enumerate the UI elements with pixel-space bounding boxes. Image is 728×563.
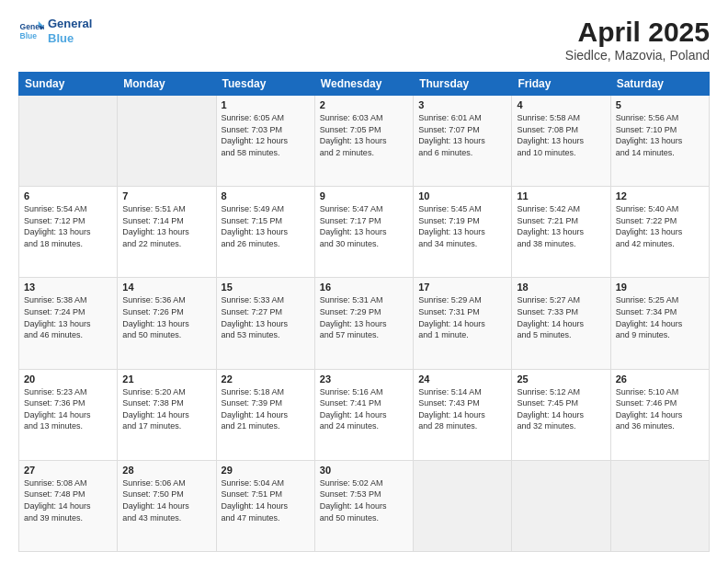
calendar-cell: 20Sunrise: 5:23 AM Sunset: 7:36 PM Dayli… bbox=[19, 369, 118, 460]
day-info: Sunrise: 5:54 AM Sunset: 7:12 PM Dayligh… bbox=[24, 203, 112, 249]
day-number: 29 bbox=[222, 465, 310, 476]
day-number: 8 bbox=[222, 190, 310, 201]
day-info: Sunrise: 5:20 AM Sunset: 7:38 PM Dayligh… bbox=[122, 386, 210, 432]
calendar-cell bbox=[610, 460, 709, 551]
calendar-cell: 2Sunrise: 6:03 AM Sunset: 7:05 PM Daylig… bbox=[314, 96, 413, 187]
logo: General Blue General Blue bbox=[18, 17, 92, 45]
calendar-cell: 29Sunrise: 5:04 AM Sunset: 7:51 PM Dayli… bbox=[216, 460, 314, 551]
calendar-week-4: 27Sunrise: 5:08 AM Sunset: 7:48 PM Dayli… bbox=[19, 460, 710, 551]
calendar-cell: 15Sunrise: 5:33 AM Sunset: 7:27 PM Dayli… bbox=[216, 278, 314, 369]
day-info: Sunrise: 5:27 AM Sunset: 7:33 PM Dayligh… bbox=[517, 294, 605, 340]
day-number: 1 bbox=[222, 99, 310, 110]
day-info: Sunrise: 5:38 AM Sunset: 7:24 PM Dayligh… bbox=[24, 294, 112, 340]
header-cell-friday: Friday bbox=[512, 73, 610, 96]
header-cell-tuesday: Tuesday bbox=[216, 73, 314, 96]
day-number: 2 bbox=[320, 99, 408, 110]
header-cell-saturday: Saturday bbox=[610, 73, 709, 96]
day-info: Sunrise: 5:18 AM Sunset: 7:39 PM Dayligh… bbox=[222, 386, 310, 432]
day-number: 14 bbox=[122, 282, 210, 293]
day-info: Sunrise: 5:04 AM Sunset: 7:51 PM Dayligh… bbox=[222, 477, 310, 523]
calendar-cell: 22Sunrise: 5:18 AM Sunset: 7:39 PM Dayli… bbox=[216, 369, 314, 460]
day-info: Sunrise: 5:40 AM Sunset: 7:22 PM Dayligh… bbox=[616, 203, 704, 249]
day-number: 20 bbox=[24, 373, 112, 385]
header-cell-sunday: Sunday bbox=[19, 73, 118, 96]
header: General Blue General Blue April 2025 Sie… bbox=[18, 17, 710, 63]
logo-line2: Blue bbox=[48, 31, 92, 46]
day-info: Sunrise: 6:01 AM Sunset: 7:07 PM Dayligh… bbox=[418, 112, 506, 158]
calendar-cell: 28Sunrise: 5:06 AM Sunset: 7:50 PM Dayli… bbox=[118, 460, 216, 551]
page: General Blue General Blue April 2025 Sie… bbox=[0, 0, 728, 563]
day-number: 25 bbox=[517, 373, 605, 385]
day-info: Sunrise: 5:25 AM Sunset: 7:34 PM Dayligh… bbox=[616, 294, 704, 340]
day-number: 9 bbox=[320, 190, 408, 201]
day-number: 24 bbox=[418, 373, 506, 385]
day-number: 4 bbox=[517, 99, 605, 110]
subtitle: Siedlce, Mazovia, Poland bbox=[565, 48, 710, 63]
day-info: Sunrise: 5:10 AM Sunset: 7:46 PM Dayligh… bbox=[616, 386, 704, 432]
calendar-week-2: 13Sunrise: 5:38 AM Sunset: 7:24 PM Dayli… bbox=[19, 278, 710, 369]
title-block: April 2025 Siedlce, Mazovia, Poland bbox=[565, 17, 710, 63]
calendar-cell: 18Sunrise: 5:27 AM Sunset: 7:33 PM Dayli… bbox=[512, 278, 610, 369]
day-info: Sunrise: 6:03 AM Sunset: 7:05 PM Dayligh… bbox=[320, 112, 408, 158]
header-cell-monday: Monday bbox=[118, 73, 216, 96]
calendar-cell: 17Sunrise: 5:29 AM Sunset: 7:31 PM Dayli… bbox=[414, 278, 512, 369]
day-info: Sunrise: 5:29 AM Sunset: 7:31 PM Dayligh… bbox=[418, 294, 506, 340]
calendar-cell: 4Sunrise: 5:58 AM Sunset: 7:08 PM Daylig… bbox=[512, 96, 610, 187]
day-number: 12 bbox=[616, 190, 704, 201]
day-info: Sunrise: 5:23 AM Sunset: 7:36 PM Dayligh… bbox=[24, 386, 112, 432]
calendar-week-0: 1Sunrise: 6:05 AM Sunset: 7:03 PM Daylig… bbox=[19, 96, 710, 187]
day-info: Sunrise: 5:47 AM Sunset: 7:17 PM Dayligh… bbox=[320, 203, 408, 249]
calendar-week-3: 20Sunrise: 5:23 AM Sunset: 7:36 PM Dayli… bbox=[19, 369, 710, 460]
calendar-cell: 21Sunrise: 5:20 AM Sunset: 7:38 PM Dayli… bbox=[118, 369, 216, 460]
day-info: Sunrise: 5:56 AM Sunset: 7:10 PM Dayligh… bbox=[616, 112, 704, 158]
day-number: 26 bbox=[616, 373, 704, 385]
day-info: Sunrise: 5:08 AM Sunset: 7:48 PM Dayligh… bbox=[24, 477, 112, 523]
day-info: Sunrise: 5:16 AM Sunset: 7:41 PM Dayligh… bbox=[320, 386, 408, 432]
calendar-cell: 19Sunrise: 5:25 AM Sunset: 7:34 PM Dayli… bbox=[610, 278, 709, 369]
calendar-cell bbox=[118, 96, 216, 187]
day-number: 18 bbox=[517, 282, 605, 293]
day-info: Sunrise: 5:51 AM Sunset: 7:14 PM Dayligh… bbox=[122, 203, 210, 249]
day-info: Sunrise: 5:14 AM Sunset: 7:43 PM Dayligh… bbox=[418, 386, 506, 432]
calendar-table: SundayMondayTuesdayWednesdayThursdayFrid… bbox=[18, 72, 710, 552]
calendar-cell: 5Sunrise: 5:56 AM Sunset: 7:10 PM Daylig… bbox=[610, 96, 709, 187]
calendar-cell: 6Sunrise: 5:54 AM Sunset: 7:12 PM Daylig… bbox=[19, 187, 118, 278]
day-number: 6 bbox=[24, 190, 112, 201]
day-info: Sunrise: 5:33 AM Sunset: 7:27 PM Dayligh… bbox=[222, 294, 310, 340]
calendar-cell: 16Sunrise: 5:31 AM Sunset: 7:29 PM Dayli… bbox=[314, 278, 413, 369]
calendar-cell: 10Sunrise: 5:45 AM Sunset: 7:19 PM Dayli… bbox=[414, 187, 512, 278]
calendar-cell: 30Sunrise: 5:02 AM Sunset: 7:53 PM Dayli… bbox=[314, 460, 413, 551]
calendar-cell: 12Sunrise: 5:40 AM Sunset: 7:22 PM Dayli… bbox=[610, 187, 709, 278]
calendar-cell: 11Sunrise: 5:42 AM Sunset: 7:21 PM Dayli… bbox=[512, 187, 610, 278]
calendar-cell bbox=[512, 460, 610, 551]
day-info: Sunrise: 5:45 AM Sunset: 7:19 PM Dayligh… bbox=[418, 203, 506, 249]
calendar-cell: 13Sunrise: 5:38 AM Sunset: 7:24 PM Dayli… bbox=[19, 278, 118, 369]
day-number: 30 bbox=[320, 465, 408, 476]
calendar-cell: 24Sunrise: 5:14 AM Sunset: 7:43 PM Dayli… bbox=[414, 369, 512, 460]
day-number: 17 bbox=[418, 282, 506, 293]
day-number: 28 bbox=[122, 465, 210, 476]
calendar-header-row: SundayMondayTuesdayWednesdayThursdayFrid… bbox=[19, 73, 710, 96]
day-number: 23 bbox=[320, 373, 408, 385]
day-info: Sunrise: 5:36 AM Sunset: 7:26 PM Dayligh… bbox=[122, 294, 210, 340]
day-info: Sunrise: 5:12 AM Sunset: 7:45 PM Dayligh… bbox=[517, 386, 605, 432]
calendar-cell: 8Sunrise: 5:49 AM Sunset: 7:15 PM Daylig… bbox=[216, 187, 314, 278]
svg-text:Blue: Blue bbox=[20, 30, 38, 40]
day-number: 11 bbox=[517, 190, 605, 201]
day-info: Sunrise: 5:42 AM Sunset: 7:21 PM Dayligh… bbox=[517, 203, 605, 249]
day-number: 16 bbox=[320, 282, 408, 293]
day-info: Sunrise: 5:06 AM Sunset: 7:50 PM Dayligh… bbox=[122, 477, 210, 523]
day-number: 3 bbox=[418, 99, 506, 110]
day-number: 15 bbox=[222, 282, 310, 293]
day-number: 5 bbox=[616, 99, 704, 110]
logo-icon: General Blue bbox=[18, 18, 44, 44]
calendar-cell: 27Sunrise: 5:08 AM Sunset: 7:48 PM Dayli… bbox=[19, 460, 118, 551]
calendar-cell: 7Sunrise: 5:51 AM Sunset: 7:14 PM Daylig… bbox=[118, 187, 216, 278]
header-cell-thursday: Thursday bbox=[414, 73, 512, 96]
main-title: April 2025 bbox=[565, 17, 710, 48]
calendar-cell: 26Sunrise: 5:10 AM Sunset: 7:46 PM Dayli… bbox=[610, 369, 709, 460]
day-info: Sunrise: 6:05 AM Sunset: 7:03 PM Dayligh… bbox=[222, 112, 310, 158]
day-number: 7 bbox=[122, 190, 210, 201]
day-info: Sunrise: 5:02 AM Sunset: 7:53 PM Dayligh… bbox=[320, 477, 408, 523]
calendar-cell: 9Sunrise: 5:47 AM Sunset: 7:17 PM Daylig… bbox=[314, 187, 413, 278]
